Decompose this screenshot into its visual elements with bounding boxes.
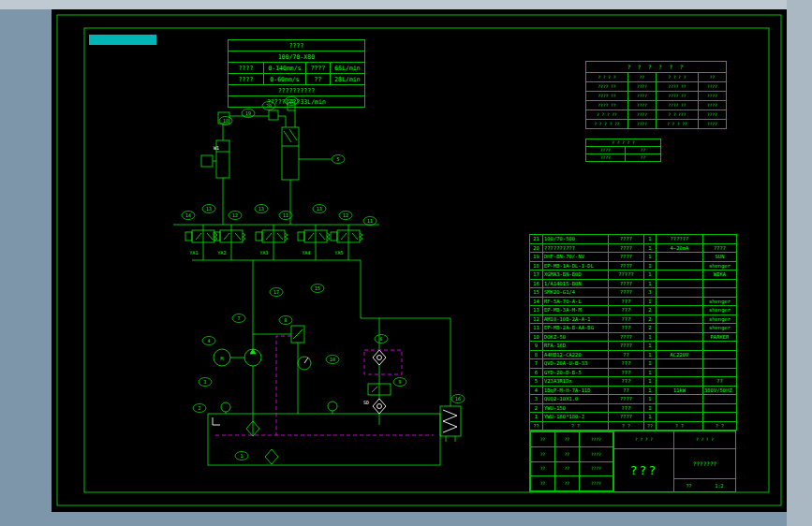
bom-item-code: DHF-BN-70/-NV <box>543 253 609 262</box>
scale-value: 1:2 <box>715 483 723 489</box>
signature-cell: ?? <box>531 432 555 447</box>
info-cell: ???? <box>699 120 727 129</box>
bom-row: 5 V23A3R1Dx ??? 1 ?? <box>530 377 737 387</box>
info-cell: ???? <box>628 82 657 92</box>
component-label-M: M <box>220 356 223 361</box>
balloon-text: 16 <box>455 396 461 402</box>
balloon-text: 13 <box>258 206 264 212</box>
bom-item-brand <box>703 279 737 288</box>
bom-item-brand: SUN <box>703 253 737 262</box>
balloon-text: 9 <box>398 379 401 385</box>
bom-item-note <box>657 297 703 306</box>
bom-header: ?? ? ? ? ? ?? ? ? ? ? <box>529 421 737 431</box>
bom-item-number: 21 <box>530 235 543 244</box>
bom-item-name: ???? <box>609 395 644 404</box>
info-cell: ???? ?? <box>657 101 699 110</box>
bom-row: 15 SMK20-G1/4 ???? 3 <box>530 288 737 298</box>
bom-item-qty: 1 <box>644 297 657 306</box>
bom-item-code: YWU-160*180-J <box>543 413 609 422</box>
bom-item-name: ??? <box>609 297 644 306</box>
bom-item-note: 4~20mA <box>657 243 703 253</box>
info-title: ? ? ? ? ? ? <box>586 62 727 73</box>
balloon-text: 6 <box>379 336 382 342</box>
bom-item-note: AC220V <box>657 350 703 359</box>
bom-header-cell: ?? <box>644 422 657 431</box>
bom-item-number: 17 <box>530 270 543 280</box>
signature-cell: ???? <box>580 461 613 476</box>
spec-cell: 0-60mm/s <box>264 74 306 85</box>
pump-motor-unit <box>214 260 291 421</box>
spec-cell: 65L/min <box>331 63 365 74</box>
bom-item-number: 2 <box>530 403 543 413</box>
bom-row: 14 RF-5A-70-A-L ??? 1 shenger <box>530 297 737 306</box>
signature-cell: ?? <box>555 432 580 447</box>
mini-title: ? ? ? ? ? <box>586 139 661 147</box>
bom-item-note <box>657 288 703 298</box>
white-symbols <box>213 350 457 432</box>
bom-row: 13 EP-MB-3A-M-M ??? 2 shenger <box>530 306 737 315</box>
bom-row: 18 EP-MB-1A-DL-1-DL ???? 1 shenger <box>530 261 737 270</box>
info-row: ???? ?? ???? ???? ?? ???? <box>586 92 727 101</box>
bom-item-name: ?? <box>609 386 644 395</box>
component-label-YA2: YA2 <box>217 250 226 256</box>
bom-item-number: 14 <box>530 297 543 306</box>
info-row: ? ? ? ? ?? ???? ? ? ? ?? ???? <box>586 120 727 129</box>
bom-item-number: 20 <box>530 243 543 253</box>
bom-item-name: ??? <box>609 306 644 315</box>
bom-item-qty: 1 <box>644 235 657 244</box>
balloon-text: 1 <box>240 453 243 459</box>
bom-item-brand: 380V/50HZ ?? <box>703 386 737 395</box>
component-label-SD: SD <box>363 400 369 405</box>
company-name: ??????? <box>674 449 735 478</box>
bom-item-name: ???? <box>609 413 644 422</box>
bom-row: 4 1BqP-M-H-7A-11D ?? 1 11kW 380V/50HZ ?? <box>530 386 737 395</box>
bom-row: 10 DOKZ-50 ???? 1 PARKER <box>530 332 737 342</box>
drawing-title: ??? <box>614 449 673 491</box>
bom-row: 6 GYD-20-D-B-5 ??? 1 <box>530 368 737 377</box>
sheet-info: ? ? ? ? <box>674 431 735 449</box>
bom-item-code: XGMA3-BN-B0D <box>543 270 609 280</box>
gauge-needle <box>304 358 308 363</box>
bom-item-brand: ?? <box>703 377 737 387</box>
bom-item-note <box>657 359 703 369</box>
bom-item-name: ??? <box>609 368 644 377</box>
scale-row: ?? 1:2 <box>674 478 735 491</box>
spec-cell: 0-140mm/s <box>264 63 306 74</box>
spec-cell: ?? <box>306 74 331 85</box>
bom-item-brand: shenger <box>703 261 737 270</box>
bom-item-name: ??? <box>609 377 644 387</box>
component-label-YA5: YA5 <box>334 250 343 256</box>
bom-item-number: 11 <box>530 324 543 333</box>
bom-item-brand: shenger <box>703 314 737 324</box>
bom-item-brand: ???? <box>703 243 737 253</box>
mini-cell: ?? <box>626 154 661 162</box>
balloon-text: 2 <box>198 405 200 411</box>
scale-label: ?? <box>686 483 691 489</box>
mini-row: ???? ?? <box>586 147 661 154</box>
bom-item-qty: 1 <box>644 403 657 413</box>
bom-item-note <box>657 253 703 262</box>
cad-drawing-canvas[interactable]: 1819202151413121311131211171578432169101… <box>52 9 787 512</box>
bom-item-name: ??? <box>609 359 644 369</box>
info-cell: ? ? ? ?? <box>586 110 628 120</box>
return-branch <box>361 260 450 425</box>
balloon-text: 3 <box>203 379 206 385</box>
drawing-code: ? ? ? ? <box>614 431 673 449</box>
bom-item-code: YWU-150 <box>543 403 609 413</box>
bom-item-name: ???? <box>609 253 644 262</box>
bom-item-code: DOKZ-50 <box>543 332 609 342</box>
bom-item-qty: 1 <box>644 377 657 387</box>
bom-item-qty: 3 <box>644 288 657 298</box>
info-row: ? ? ? ?? ???? ? ? ??? ???? <box>586 110 727 120</box>
bom-item-note <box>657 395 703 404</box>
window-frame-top <box>0 0 812 9</box>
bom-item-brand: PARKER <box>703 332 737 342</box>
mini-cell: ???? <box>586 147 626 154</box>
bom-item-brand: shenger <box>703 297 737 306</box>
balloon-text: 15 <box>315 285 320 291</box>
bom-item-qty: 1 <box>644 395 657 404</box>
spec-cell: ???? <box>229 63 264 74</box>
info-row: ???? ?? ???? ???? ?? ???? <box>586 82 727 92</box>
spec-model: 100/70-X80 <box>229 51 365 63</box>
title-block: ?? ?? ???? ?? ?? ???? ?? ?? <box>529 431 736 492</box>
